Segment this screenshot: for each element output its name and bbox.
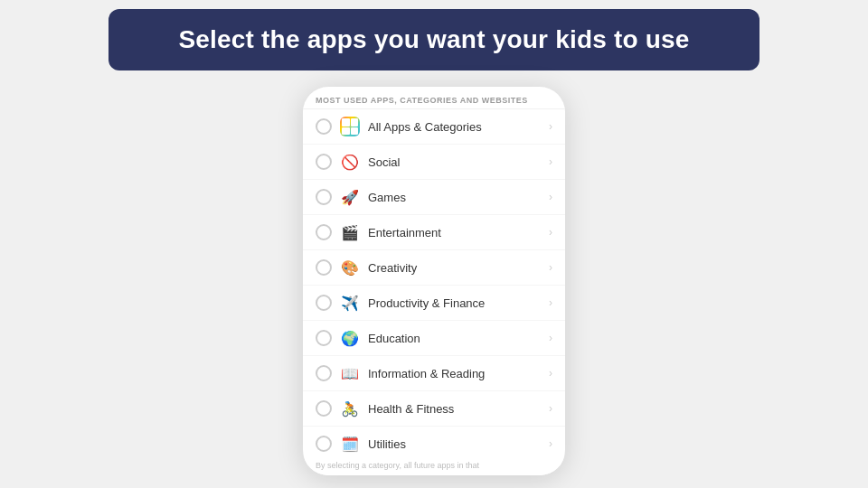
icon-reading: 📖	[339, 362, 361, 384]
chevron-utilities: ›	[549, 437, 552, 450]
radio-productivity[interactable]	[316, 295, 332, 311]
chevron-entertainment: ›	[549, 226, 552, 239]
radio-all[interactable]	[316, 118, 332, 135]
label-all: All Apps & Categories	[368, 120, 549, 134]
radio-fitness[interactable]	[316, 400, 332, 417]
icon-education: 🌍	[339, 327, 361, 349]
title-banner: Select the apps you want your kids to us…	[108, 9, 760, 70]
page-container: Select the apps you want your kids to us…	[0, 0, 868, 488]
phone-mockup: MOST USED APPS, CATEGORIES AND WEBSITES …	[303, 87, 565, 475]
chevron-education: ›	[549, 332, 552, 344]
radio-creativity[interactable]	[316, 259, 332, 276]
list-item-utilities[interactable]: 🗓️ Utilities ›	[303, 427, 565, 455]
list-item-education[interactable]: 🌍 Education ›	[303, 321, 565, 356]
radio-social[interactable]	[316, 154, 332, 170]
phone-list: All Apps & Categories › 🚫 Social › 🚀 Gam…	[303, 109, 565, 455]
label-creativity: Creativity	[368, 261, 549, 275]
icon-productivity: ✈️	[339, 292, 361, 314]
radio-education[interactable]	[316, 330, 332, 346]
chevron-games: ›	[549, 191, 552, 203]
phone-header: MOST USED APPS, CATEGORIES AND WEBSITES	[303, 87, 565, 109]
list-item-fitness[interactable]: 🚴 Health & Fitness ›	[303, 391, 565, 427]
label-productivity: Productivity & Finance	[368, 296, 549, 310]
label-reading: Information & Reading	[368, 367, 549, 380]
icon-entertainment: 🎬	[339, 221, 361, 243]
radio-entertainment[interactable]	[316, 224, 332, 240]
page-title: Select the apps you want your kids to us…	[145, 25, 723, 54]
list-item-social[interactable]: 🚫 Social ›	[303, 145, 565, 180]
icon-games: 🚀	[339, 186, 361, 208]
radio-reading[interactable]	[316, 365, 332, 381]
icon-social: 🚫	[339, 151, 361, 173]
label-games: Games	[368, 191, 549, 204]
list-item-all[interactable]: All Apps & Categories ›	[303, 109, 565, 145]
label-utilities: Utilities	[368, 437, 549, 451]
label-education: Education	[368, 332, 549, 345]
chevron-social: ›	[549, 155, 552, 168]
label-social: Social	[368, 155, 549, 169]
chevron-productivity: ›	[549, 296, 552, 309]
chevron-fitness: ›	[549, 402, 552, 415]
icon-all-apps	[339, 116, 361, 137]
label-entertainment: Entertainment	[368, 226, 549, 239]
icon-utilities: 🗓️	[339, 433, 361, 455]
radio-utilities[interactable]	[316, 436, 332, 452]
list-item-productivity[interactable]: ✈️ Productivity & Finance ›	[303, 286, 565, 321]
chevron-reading: ›	[549, 367, 552, 380]
radio-games[interactable]	[316, 189, 332, 205]
icon-creativity: 🎨	[339, 257, 361, 278]
chevron-all: ›	[549, 120, 552, 133]
label-fitness: Health & Fitness	[368, 402, 549, 416]
list-item-creativity[interactable]: 🎨 Creativity ›	[303, 250, 565, 286]
phone-footer: By selecting a category, all future apps…	[303, 455, 565, 475]
list-item-games[interactable]: 🚀 Games ›	[303, 180, 565, 215]
list-item-entertainment[interactable]: 🎬 Entertainment ›	[303, 215, 565, 250]
chevron-creativity: ›	[549, 261, 552, 274]
icon-fitness: 🚴	[339, 398, 361, 419]
list-item-reading[interactable]: 📖 Information & Reading ›	[303, 356, 565, 391]
